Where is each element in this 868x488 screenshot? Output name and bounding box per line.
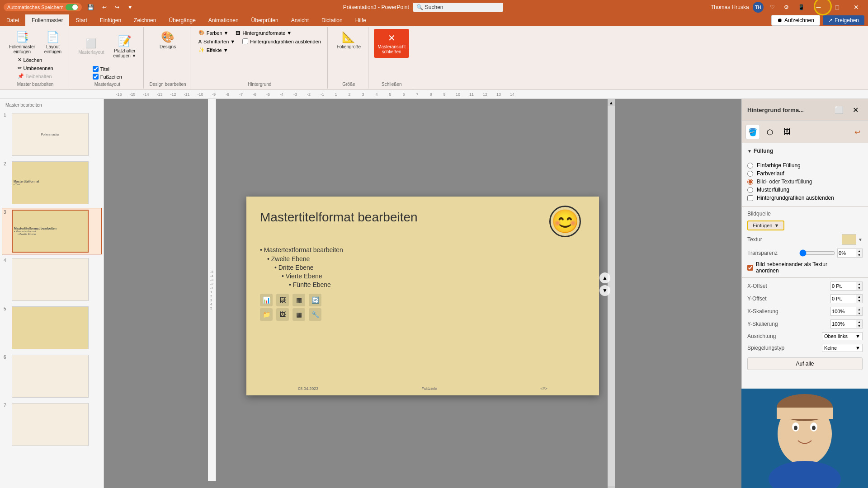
y-skalierung-up[interactable]: ▲ <box>856 320 862 324</box>
placeholder-icon-4: 🔄 <box>309 294 321 306</box>
titel-checkbox[interactable] <box>93 66 99 72</box>
app-title: Präsentation3 - PowerPoint <box>343 4 409 10</box>
shape-icon-tab[interactable]: ⬡ <box>763 125 777 139</box>
autosave-toggle-pill[interactable] <box>66 4 78 10</box>
autosave-toggle[interactable]: Automatisches Speichern <box>4 3 82 11</box>
fill-icon-tab[interactable]: 🪣 <box>745 125 760 139</box>
save-button[interactable]: 💾 <box>85 0 97 14</box>
folienmaster-einfuegen-button[interactable]: 📑 Folienmastereinfügen <box>5 29 39 56</box>
panel-extra-icon: ↩ <box>850 125 864 139</box>
slide-num-5: 5 <box>4 306 10 311</box>
bild-textur-radio[interactable] <box>747 179 753 185</box>
x-offset-up[interactable]: ▲ <box>856 282 862 286</box>
masteransicht-schliessen-button[interactable]: ✕ Masteransichtschließen <box>374 29 409 58</box>
hintergrundgrafiken-button[interactable]: Hintergrundgrafiken ausblenden <box>240 38 324 45</box>
foliengroesse-button[interactable]: 📐 Foliengröße <box>333 29 364 51</box>
x-offset-value[interactable] <box>831 282 856 290</box>
hintergrundformate-button[interactable]: 🖼 Hintergrundformate ▼ <box>233 29 294 37</box>
schriftarten-button[interactable]: A Schriftarten ▼ <box>196 38 238 45</box>
slide-thumb-1[interactable]: 1 Folienmaster <box>2 111 102 158</box>
platzhalter-einfuegen-button[interactable]: 📝 Platzhaltereinfügen ▼ <box>109 29 140 64</box>
prev-slide-button[interactable]: ▲ <box>599 272 610 283</box>
einfarbig-radio[interactable] <box>747 163 753 169</box>
tab-datei[interactable]: Datei <box>0 14 25 26</box>
x-skalierung-value[interactable] <box>831 308 856 315</box>
tab-animationen[interactable]: Animationen <box>202 14 245 26</box>
hintergrundgrafiken-checkbox[interactable] <box>242 38 248 44</box>
auf-alle-button[interactable]: Auf alle <box>747 357 863 370</box>
y-offset-up[interactable]: ▲ <box>856 295 862 299</box>
transparenz-slider[interactable] <box>799 249 835 257</box>
scroll-up-button[interactable]: ▲ <box>608 99 615 106</box>
tab-ueberpruefen[interactable]: Überprüfen <box>245 14 285 26</box>
umbenennen-button[interactable]: ✏ Umbenennen <box>15 64 56 72</box>
slide-thumb-7[interactable]: 7 <box>2 401 102 448</box>
transparenz-value[interactable] <box>838 249 856 257</box>
designs-button[interactable]: 🎨 Designs <box>156 29 179 51</box>
search-box[interactable]: 🔍 Suchen <box>413 3 503 12</box>
texture-preview[interactable] <box>842 234 856 245</box>
transparenz-up[interactable]: ▲ <box>856 249 862 253</box>
more-options-button[interactable]: ▼ <box>125 0 136 14</box>
minimize-button[interactable]: ─ <box>811 0 826 14</box>
svg-rect-7 <box>777 408 833 419</box>
slide-thumb-6[interactable]: 6 <box>2 353 102 399</box>
slide-thumb-2[interactable]: 2 Mastertitelformat • Text <box>2 160 102 206</box>
tab-folienmaster[interactable]: Folienmaster <box>25 14 69 26</box>
tab-ansicht[interactable]: Ansicht <box>285 14 315 26</box>
tab-dictation[interactable]: Dictation <box>315 14 349 26</box>
x-skalierung-up[interactable]: ▲ <box>856 307 862 311</box>
image-icon-tab[interactable]: 🖼 <box>780 125 794 139</box>
tab-hilfe[interactable]: Hilfe <box>349 14 373 26</box>
tab-uebergaenge[interactable]: Übergänge <box>162 14 202 26</box>
redo-button[interactable]: ↪ <box>112 0 122 14</box>
ribbon-group-groesse: 📐 Foliengröße Größe <box>330 27 368 89</box>
spiegelungstyp-dropdown[interactable]: Keine ▼ <box>822 344 863 352</box>
x-skalierung-down[interactable]: ▼ <box>856 311 862 315</box>
y-skalierung-input: ▲ ▼ <box>830 319 863 328</box>
reset-icon[interactable]: ↩ <box>850 125 864 139</box>
hintergrundgrafiken-check[interactable] <box>747 195 753 201</box>
tab-start[interactable]: Start <box>69 14 93 26</box>
undo-button[interactable]: ↩ <box>99 0 109 14</box>
fuellung-header[interactable]: ▼ Füllung <box>747 146 863 156</box>
panel-close-button[interactable]: ✕ <box>848 103 863 117</box>
farbverlauf-radio[interactable] <box>747 171 753 177</box>
y-skalierung-value[interactable] <box>831 320 856 328</box>
maximize-button[interactable]: □ <box>830 0 844 14</box>
slide-thumb-5[interactable]: 5 <box>2 305 102 351</box>
settings-icon[interactable]: ⚙ <box>781 0 792 14</box>
heart-icon[interactable]: ♡ <box>767 0 778 14</box>
titel-label: Titel <box>100 66 109 72</box>
next-slide-button[interactable]: ▼ <box>599 285 610 296</box>
layout-einfuegen-button[interactable]: 📄 Layouteinfügen <box>41 29 65 56</box>
ausrichtung-dropdown[interactable]: Oben links ▼ <box>822 332 863 340</box>
y-skalierung-down[interactable]: ▼ <box>856 324 862 328</box>
y-offset-value[interactable] <box>831 295 856 302</box>
einfarbig-option: Einfarbige Füllung <box>747 161 863 169</box>
tablet-icon[interactable]: 📱 <box>795 0 807 14</box>
scroll-down-button[interactable]: ▼ <box>608 486 615 488</box>
bild-nebeneinander-checkbox[interactable] <box>747 265 753 271</box>
tab-zeichnen[interactable]: Zeichnen <box>127 14 162 26</box>
panel-collapse-button[interactable]: ⬜ <box>832 103 846 117</box>
beibehalten-button[interactable]: 📌 Beibehalten <box>15 72 56 80</box>
effekte-button[interactable]: ✨ Effekte ▼ <box>196 46 231 54</box>
masterlayout-button[interactable]: ⬜ Masterlayout <box>75 29 108 64</box>
fussnoten-checkbox[interactable] <box>93 74 99 80</box>
loeschen-button[interactable]: ✕ Löschen <box>15 56 56 64</box>
einfuegen-button[interactable]: Einfügen ▼ <box>747 221 784 230</box>
slide-thumb-3[interactable]: 3 Mastertitelformat bearbeiten • Mastert… <box>2 208 102 254</box>
muster-radio[interactable] <box>747 187 753 193</box>
share-button[interactable]: ↗ Freigeben <box>823 15 864 25</box>
slide-thumb-4[interactable]: 4 <box>2 256 102 303</box>
tab-einfuegen[interactable]: Einfügen <box>94 14 127 26</box>
farben-button[interactable]: 🎨 Farben ▼ <box>196 29 231 37</box>
bullet-3: • Dritte Ebene <box>274 264 343 271</box>
transparenz-down[interactable]: ▼ <box>856 253 862 257</box>
x-offset-down[interactable]: ▼ <box>856 286 862 290</box>
textur-arrow[interactable]: ▼ <box>858 237 863 242</box>
y-offset-down[interactable]: ▼ <box>856 299 862 303</box>
close-button[interactable]: ✕ <box>848 0 864 14</box>
record-button[interactable]: ⏺ Aufzeichnen <box>771 15 820 26</box>
